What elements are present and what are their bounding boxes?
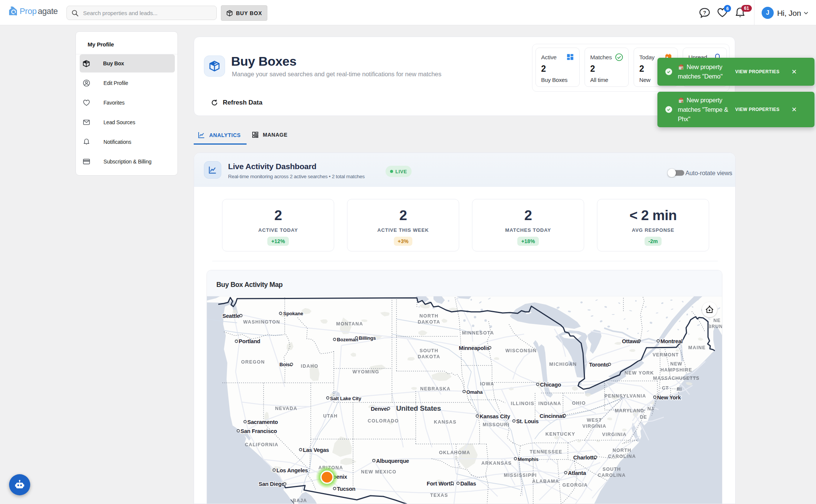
svg-text:Omaha: Omaha [466,389,483,395]
svg-text:OHIO: OHIO [572,401,586,406]
svg-text:NEVADA: NEVADA [275,406,297,411]
svg-text:Las Vegas: Las Vegas [303,447,329,453]
svg-text:MISSISSIPPI: MISSISSIPPI [504,473,537,478]
svg-text:BAJA: BAJA [293,498,307,503]
svg-text:DAKOTA: DAKOTA [418,354,440,359]
svg-text:MISSOURI: MISSOURI [483,422,509,427]
svg-text:COLORADO: COLORADO [368,418,399,424]
svg-text:United States: United States [396,404,441,412]
svg-text:Billings: Billings [359,335,376,341]
svg-text:Los Angeles: Los Angeles [276,467,308,473]
svg-text:DE: DE [640,415,647,420]
svg-text:WEST: WEST [587,418,602,423]
svg-text:Salt Lake City: Salt Lake City [330,396,361,401]
svg-text:DAKOTA: DAKOTA [418,319,440,325]
svg-text:INDIANA: INDIANA [538,401,561,406]
svg-text:IOWA: IOWA [480,381,494,387]
svg-text:Toronto: Toronto [589,362,609,368]
svg-text:ILLINOIS: ILLINOIS [511,401,534,406]
svg-text:OKLAHOMA: OKLAHOMA [439,450,470,455]
svg-text:SOUTH: SOUTH [603,467,621,472]
svg-text:Charlotte: Charlotte [573,455,597,461]
svg-text:RI: RI [677,387,682,392]
svg-text:Albuquerque: Albuquerque [376,458,409,464]
svg-text:KENTUCKY: KENTUCKY [545,432,575,437]
svg-text:GEORGIA: GEORGIA [562,482,588,488]
svg-text:ALABAMA: ALABAMA [532,479,559,484]
svg-text:NEBRASKA: NEBRASKA [420,386,450,391]
svg-text:MAINE: MAINE [688,345,706,350]
svg-text:CALIFORNIA: CALIFORNIA [245,442,278,447]
svg-text:CAROLINA: CAROLINA [608,454,636,459]
svg-text:Tucson: Tucson [337,486,355,492]
svg-text:St. Louis: St. Louis [516,418,539,424]
svg-text:Spokane: Spokane [283,311,303,316]
svg-text:ARKANSAS: ARKANSAS [481,461,512,466]
svg-text:Chicago: Chicago [540,382,561,388]
svg-text:NE: NE [713,318,720,323]
svg-text:Portland: Portland [239,338,260,344]
svg-text:OREGON: OREGON [241,359,265,365]
svg-text:HAMPSHIRE: HAMPSHIRE [660,367,692,373]
svg-text:NEW YORK: NEW YORK [625,370,654,376]
svg-text:Memphis: Memphis [518,456,538,462]
svg-text:WASHINGTON: WASHINGTON [243,319,280,325]
svg-text:Denver: Denver [371,406,389,412]
svg-text:Dallas: Dallas [460,481,476,487]
svg-text:Minneapolis: Minneapolis [459,345,490,351]
svg-text:San Diego: San Diego [259,481,285,487]
svg-text:WISCONSIN: WISCONSIN [505,348,537,353]
svg-text:MICHIGAN: MICHIGAN [549,362,577,367]
svg-text:?: ? [703,10,706,15]
svg-text:TEXAS: TEXAS [430,493,448,498]
svg-text:VIRGINIA: VIRGINIA [602,432,626,437]
svg-text:SOUTH: SOUTH [420,348,438,353]
svg-text:NJ: NJ [647,406,654,412]
svg-text:Sacramento: Sacramento [247,419,278,425]
svg-text:Fort Worth: Fort Worth [427,481,454,487]
svg-text:NEW MEXICO: NEW MEXICO [361,469,396,475]
svg-text:CT: CT [662,385,669,391]
svg-text:VERMONT: VERMONT [652,352,679,358]
svg-text:Seattle: Seattle [222,313,240,319]
svg-text:MARYLAND: MARYLAND [615,408,644,413]
svg-text:Kansas City: Kansas City [480,413,510,419]
svg-text:MINNESOTA: MINNESOTA [462,330,494,336]
svg-text:PENNSYLVANIA: PENNSYLVANIA [605,393,646,399]
svg-text:CAROLINA: CAROLINA [598,473,626,478]
svg-text:Cincinnati: Cincinnati [540,413,565,419]
svg-text:WYOMING: WYOMING [353,369,379,375]
svg-text:Montreal: Montreal [660,338,683,344]
svg-text:Ottawa: Ottawa [622,338,640,344]
svg-text:New York: New York [657,395,681,401]
svg-text:San Francisco: San Francisco [241,428,277,434]
svg-text:Atlanta: Atlanta [568,470,586,476]
svg-text:KANSAS: KANSAS [434,419,457,425]
svg-text:UTAH: UTAH [323,413,338,419]
svg-text:NORTH: NORTH [420,313,438,319]
svg-text:MASSACHUSETTS: MASSACHUSETTS [653,376,700,381]
svg-text:MONTANA: MONTANA [336,321,363,327]
svg-text:NEW: NEW [670,361,682,367]
svg-text:IDAHO: IDAHO [301,364,318,369]
svg-text:TENNESSEE: TENNESSEE [530,449,563,455]
svg-text:BRUNS: BRUNS [708,324,722,329]
svg-text:NORTH: NORTH [612,448,631,453]
svg-text:VIRGINIA: VIRGINIA [582,424,606,429]
